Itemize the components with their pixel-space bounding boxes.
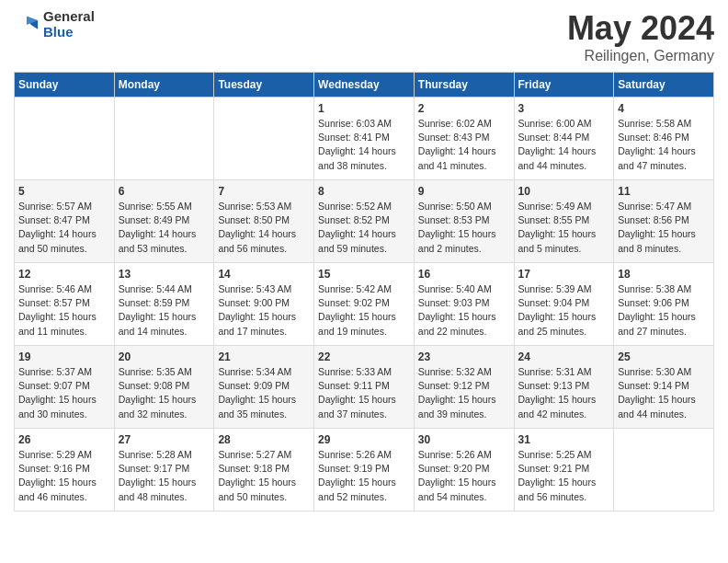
day-number: 14 [218, 268, 310, 281]
day-number: 30 [418, 433, 510, 446]
calendar-cell: 17Sunrise: 5:39 AM Sunset: 9:04 PM Dayli… [514, 263, 614, 346]
calendar-cell: 31Sunrise: 5:25 AM Sunset: 9:21 PM Dayli… [514, 429, 614, 511]
day-content: Sunrise: 5:29 AM Sunset: 9:16 PM Dayligh… [18, 448, 110, 504]
day-number: 7 [218, 185, 310, 198]
calendar-cell: 5Sunrise: 5:57 AM Sunset: 8:47 PM Daylig… [15, 180, 115, 263]
calendar-cell: 2Sunrise: 6:02 AM Sunset: 8:43 PM Daylig… [414, 98, 514, 180]
day-header-wednesday: Wednesday [314, 73, 415, 98]
logo-general-text: General [43, 9, 95, 25]
day-header-thursday: Thursday [414, 73, 514, 98]
day-content: Sunrise: 6:00 AM Sunset: 8:44 PM Dayligh… [518, 117, 610, 173]
day-number: 16 [418, 268, 510, 281]
day-content: Sunrise: 5:30 AM Sunset: 9:14 PM Dayligh… [618, 365, 710, 421]
calendar-cell [114, 98, 214, 180]
day-number: 6 [119, 185, 210, 198]
day-number: 10 [518, 185, 610, 198]
day-number: 31 [518, 433, 610, 446]
day-content: Sunrise: 5:43 AM Sunset: 9:00 PM Dayligh… [218, 282, 310, 339]
day-content: Sunrise: 5:39 AM Sunset: 9:04 PM Dayligh… [518, 282, 610, 339]
day-number: 2 [418, 102, 510, 115]
day-content: Sunrise: 6:03 AM Sunset: 8:41 PM Dayligh… [318, 117, 410, 173]
calendar-cell: 27Sunrise: 5:28 AM Sunset: 9:17 PM Dayli… [114, 429, 214, 511]
location: Reilingen, Germany [567, 48, 714, 64]
day-content: Sunrise: 5:34 AM Sunset: 9:09 PM Dayligh… [218, 365, 310, 421]
calendar-week-2: 5Sunrise: 5:57 AM Sunset: 8:47 PM Daylig… [15, 180, 714, 263]
calendar-table: SundayMondayTuesdayWednesdayThursdayFrid… [14, 72, 714, 511]
calendar-cell: 20Sunrise: 5:35 AM Sunset: 9:08 PM Dayli… [114, 346, 214, 429]
day-content: Sunrise: 5:57 AM Sunset: 8:47 PM Dayligh… [18, 200, 110, 256]
calendar-cell: 14Sunrise: 5:43 AM Sunset: 9:00 PM Dayli… [214, 263, 314, 346]
day-header-saturday: Saturday [614, 73, 714, 98]
day-content: Sunrise: 5:53 AM Sunset: 8:50 PM Dayligh… [218, 200, 310, 256]
day-number: 23 [418, 350, 510, 363]
day-content: Sunrise: 5:28 AM Sunset: 9:17 PM Dayligh… [119, 448, 210, 504]
day-content: Sunrise: 5:25 AM Sunset: 9:21 PM Dayligh… [518, 448, 610, 504]
day-number: 24 [518, 350, 610, 363]
day-header-friday: Friday [514, 73, 614, 98]
calendar-week-1: 1Sunrise: 6:03 AM Sunset: 8:41 PM Daylig… [15, 98, 714, 180]
calendar-cell: 1Sunrise: 6:03 AM Sunset: 8:41 PM Daylig… [314, 98, 415, 180]
header: General Blue May 2024 Reilingen, Germany [14, 9, 714, 64]
calendar-cell: 23Sunrise: 5:32 AM Sunset: 9:12 PM Dayli… [414, 346, 514, 429]
day-number: 22 [318, 350, 410, 363]
day-number: 15 [318, 268, 410, 281]
day-content: Sunrise: 5:55 AM Sunset: 8:49 PM Dayligh… [119, 200, 210, 256]
calendar-cell [15, 98, 115, 180]
calendar-cell: 22Sunrise: 5:33 AM Sunset: 9:11 PM Dayli… [314, 346, 415, 429]
calendar-cell: 3Sunrise: 6:00 AM Sunset: 8:44 PM Daylig… [514, 98, 614, 180]
day-number: 26 [18, 433, 110, 446]
day-number: 19 [18, 350, 110, 363]
day-content: Sunrise: 5:31 AM Sunset: 9:13 PM Dayligh… [518, 365, 610, 421]
calendar-cell: 10Sunrise: 5:49 AM Sunset: 8:55 PM Dayli… [514, 180, 614, 263]
calendar-cell [214, 98, 314, 180]
day-content: Sunrise: 5:26 AM Sunset: 9:20 PM Dayligh… [418, 448, 510, 504]
calendar-cell: 7Sunrise: 5:53 AM Sunset: 8:50 PM Daylig… [214, 180, 314, 263]
calendar-cell: 8Sunrise: 5:52 AM Sunset: 8:52 PM Daylig… [314, 180, 415, 263]
calendar-cell: 12Sunrise: 5:46 AM Sunset: 8:57 PM Dayli… [15, 263, 115, 346]
day-number: 21 [218, 350, 310, 363]
day-content: Sunrise: 5:27 AM Sunset: 9:18 PM Dayligh… [218, 448, 310, 504]
calendar-cell: 28Sunrise: 5:27 AM Sunset: 9:18 PM Dayli… [214, 429, 314, 511]
calendar-cell: 9Sunrise: 5:50 AM Sunset: 8:53 PM Daylig… [414, 180, 514, 263]
calendar-cell: 4Sunrise: 5:58 AM Sunset: 8:46 PM Daylig… [614, 98, 714, 180]
calendar-week-4: 19Sunrise: 5:37 AM Sunset: 9:07 PM Dayli… [15, 346, 714, 429]
day-header-monday: Monday [114, 73, 214, 98]
day-content: Sunrise: 6:02 AM Sunset: 8:43 PM Dayligh… [418, 117, 510, 173]
calendar-cell: 29Sunrise: 5:26 AM Sunset: 9:19 PM Dayli… [314, 429, 415, 511]
day-number: 27 [119, 433, 210, 446]
day-number: 3 [518, 102, 610, 115]
day-number: 17 [518, 268, 610, 281]
logo: General Blue [14, 9, 95, 40]
calendar-cell: 30Sunrise: 5:26 AM Sunset: 9:20 PM Dayli… [414, 429, 514, 511]
calendar-cell: 16Sunrise: 5:40 AM Sunset: 9:03 PM Dayli… [414, 263, 514, 346]
calendar-cell: 24Sunrise: 5:31 AM Sunset: 9:13 PM Dayli… [514, 346, 614, 429]
calendar-cell: 11Sunrise: 5:47 AM Sunset: 8:56 PM Dayli… [614, 180, 714, 263]
day-number: 4 [618, 102, 710, 115]
day-content: Sunrise: 5:37 AM Sunset: 9:07 PM Dayligh… [18, 365, 110, 421]
day-number: 11 [618, 185, 710, 198]
day-content: Sunrise: 5:50 AM Sunset: 8:53 PM Dayligh… [418, 200, 510, 256]
logo-blue-text: Blue [43, 25, 95, 40]
day-content: Sunrise: 5:49 AM Sunset: 8:55 PM Dayligh… [518, 200, 610, 256]
title-area: May 2024 Reilingen, Germany [567, 9, 714, 64]
day-content: Sunrise: 5:52 AM Sunset: 8:52 PM Dayligh… [318, 200, 410, 256]
day-content: Sunrise: 5:32 AM Sunset: 9:12 PM Dayligh… [418, 365, 510, 421]
day-number: 20 [119, 350, 210, 363]
logo-bird-icon [14, 12, 40, 38]
day-content: Sunrise: 5:58 AM Sunset: 8:46 PM Dayligh… [618, 117, 710, 173]
day-content: Sunrise: 5:44 AM Sunset: 8:59 PM Dayligh… [119, 282, 210, 339]
days-header-row: SundayMondayTuesdayWednesdayThursdayFrid… [15, 73, 714, 98]
day-header-sunday: Sunday [15, 73, 115, 98]
day-content: Sunrise: 5:38 AM Sunset: 9:06 PM Dayligh… [618, 282, 710, 339]
day-number: 25 [618, 350, 710, 363]
day-content: Sunrise: 5:26 AM Sunset: 9:19 PM Dayligh… [318, 448, 410, 504]
day-content: Sunrise: 5:46 AM Sunset: 8:57 PM Dayligh… [18, 282, 110, 339]
day-content: Sunrise: 5:42 AM Sunset: 9:02 PM Dayligh… [318, 282, 410, 339]
day-content: Sunrise: 5:47 AM Sunset: 8:56 PM Dayligh… [618, 200, 710, 256]
day-number: 5 [18, 185, 110, 198]
calendar-cell: 21Sunrise: 5:34 AM Sunset: 9:09 PM Dayli… [214, 346, 314, 429]
day-content: Sunrise: 5:40 AM Sunset: 9:03 PM Dayligh… [418, 282, 510, 339]
calendar-cell: 18Sunrise: 5:38 AM Sunset: 9:06 PM Dayli… [614, 263, 714, 346]
month-title: May 2024 [567, 9, 714, 48]
calendar-cell: 6Sunrise: 5:55 AM Sunset: 8:49 PM Daylig… [114, 180, 214, 263]
